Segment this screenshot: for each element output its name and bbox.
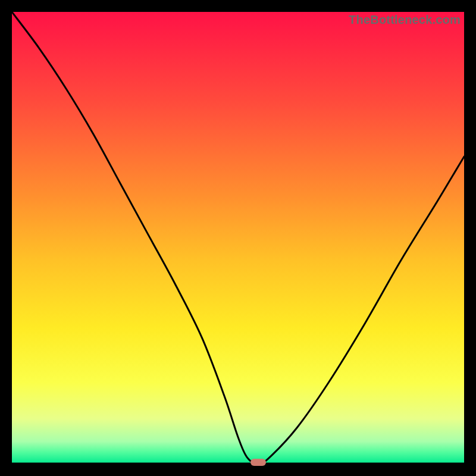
bottleneck-curve	[12, 12, 464, 464]
minimum-marker	[250, 459, 266, 466]
watermark-text: TheBottleneck.com	[349, 13, 461, 27]
chart-frame: TheBottleneck.com	[12, 12, 464, 464]
plot-area: TheBottleneck.com	[12, 12, 464, 464]
